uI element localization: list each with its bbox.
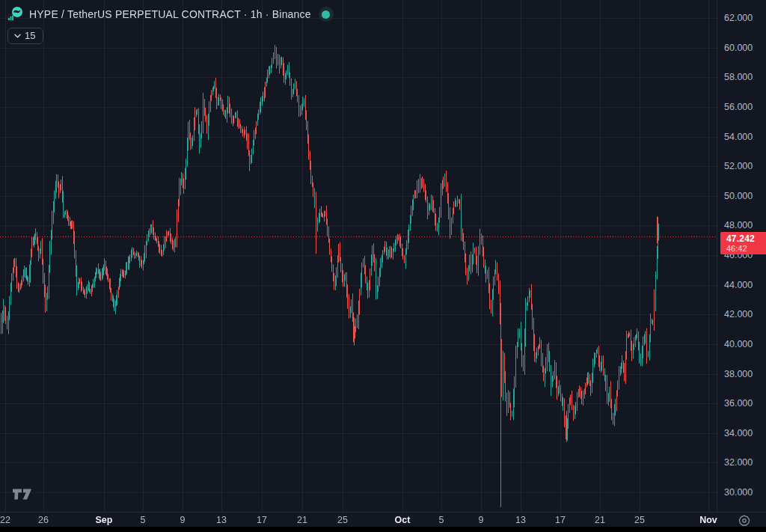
last-price-badge: 47.242 46:42	[720, 232, 766, 254]
interval-selector-button[interactable]: 15	[7, 28, 43, 44]
interval-label: 15	[25, 30, 35, 41]
time-axis-label: 9	[479, 515, 484, 525]
time-axis-label: 5	[141, 515, 146, 525]
hype-token-logo-icon	[7, 6, 23, 22]
chevron-down-icon	[14, 34, 21, 38]
price-axis-label: 48.000	[724, 221, 753, 230]
time-axis-label: 22	[0, 515, 10, 525]
price-axis-label: 54.000	[724, 132, 753, 141]
time-axis-label: 17	[555, 515, 566, 525]
price-axis-label: 40.000	[724, 340, 753, 349]
bar-countdown: 46:42	[726, 244, 764, 253]
time-axis-label-month: Oct	[395, 515, 411, 525]
price-axis-label: 56.000	[724, 103, 753, 111]
market-status-icon[interactable]	[319, 7, 334, 22]
time-axis-label: 13	[515, 515, 526, 525]
time-axis-label: 9	[180, 515, 186, 525]
time-axis-label-month: Sep	[96, 515, 113, 525]
price-axis-label: 44.000	[724, 281, 753, 290]
price-axis[interactable]: 47.242 46:42 62.00060.00058.00056.00054.…	[717, 0, 766, 512]
price-axis-label: 30.000	[724, 488, 753, 497]
price-axis-label: 62.000	[724, 13, 753, 22]
time-axis[interactable]: 2226Sep5913172125Oct5913172125Nov	[0, 512, 766, 528]
price-axis-label: 52.000	[724, 162, 753, 171]
chart-window: HYPE / TetherUS PERPETUAL CONTRACT · 1h …	[0, 0, 766, 532]
axis-settings-icon[interactable]	[738, 514, 751, 527]
time-axis-label: 25	[634, 515, 645, 525]
price-axis-label: 42.000	[724, 310, 753, 319]
time-axis-label: 13	[216, 515, 227, 525]
time-axis-label: 26	[38, 515, 49, 525]
price-axis-label: 38.000	[724, 370, 753, 379]
time-axis-label-month: Nov	[699, 515, 717, 525]
time-axis-label: 17	[257, 515, 267, 525]
symbol-header[interactable]: HYPE / TetherUS PERPETUAL CONTRACT · 1h …	[7, 6, 334, 22]
time-axis-label: 5	[439, 515, 444, 525]
symbol-title[interactable]: HYPE / TetherUS PERPETUAL CONTRACT · 1h …	[29, 8, 311, 20]
bottom-letterbox	[0, 527, 766, 532]
price-axis-label: 58.000	[724, 73, 753, 82]
chart-header: HYPE / TetherUS PERPETUAL CONTRACT · 1h …	[7, 6, 334, 44]
last-price-value: 47.242	[726, 233, 764, 244]
candlestick-chart-canvas[interactable]	[0, 0, 717, 512]
time-axis-label: 25	[337, 515, 348, 525]
tradingview-logo[interactable]	[13, 487, 32, 501]
price-axis-label: 32.000	[724, 458, 753, 467]
price-axis-label: 60.000	[724, 43, 753, 52]
price-axis-label: 50.000	[724, 192, 753, 201]
price-axis-label: 34.000	[724, 429, 753, 438]
time-axis-label: 21	[595, 515, 605, 525]
price-axis-label: 36.000	[724, 399, 753, 408]
time-axis-label: 21	[297, 515, 307, 525]
